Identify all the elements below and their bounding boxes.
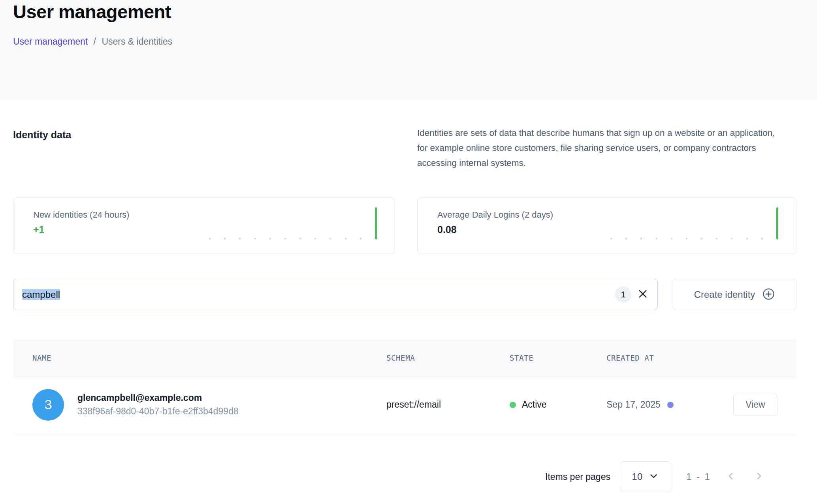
cell-name: 3 glencampbell@example.com 338f96af-98d0… xyxy=(13,389,386,421)
cell-state: Active xyxy=(510,399,606,410)
result-count-badge: 1 xyxy=(615,286,631,303)
table-row[interactable]: 3 glencampbell@example.com 338f96af-98d0… xyxy=(13,376,796,433)
cell-created-at: Sep 17, 2025 xyxy=(606,399,733,410)
breadcrumb-current: Users & identities xyxy=(102,36,172,47)
view-button[interactable]: View xyxy=(733,394,777,416)
breadcrumb: User management / Users & identities xyxy=(13,36,172,47)
section-heading: Identity data xyxy=(13,129,71,141)
items-per-page-value: 10 xyxy=(632,471,643,482)
active-state-dot xyxy=(510,402,516,408)
cell-schema: preset://email xyxy=(386,399,510,410)
create-identity-button[interactable]: Create identity xyxy=(673,279,796,310)
cell-actions: View xyxy=(733,394,796,416)
stat-value: +1 xyxy=(33,224,45,235)
stat-label: Average Daily Logins (2 days) xyxy=(437,210,553,220)
page-header: User management User management / Users … xyxy=(0,0,817,100)
chevron-right-icon xyxy=(753,471,764,483)
stat-card-new-identities: New identities (24 hours) +1 xyxy=(13,197,395,254)
breadcrumb-link-user-management[interactable]: User management xyxy=(13,36,88,47)
previous-page-button[interactable] xyxy=(725,471,737,483)
identity-id: 338f96af-98d0-40b7-b1fe-e2ff3b4d99d8 xyxy=(77,406,239,417)
clear-search-button[interactable] xyxy=(637,289,649,301)
column-header-schema: SCHEMA xyxy=(386,354,510,362)
stat-value: 0.08 xyxy=(437,224,457,235)
avatar: 3 xyxy=(32,389,64,421)
plus-circle-icon xyxy=(762,288,775,302)
identities-table: NAME SCHEMA STATE CREATED AT 3 glencampb… xyxy=(13,340,796,433)
created-at-date: Sep 17, 2025 xyxy=(606,399,661,410)
identity-email: glencampbell@example.com xyxy=(77,393,239,403)
pagination: Items per pages 10 1 - 1 xyxy=(545,461,765,492)
items-per-page-label: Items per pages xyxy=(545,472,610,482)
state-label: Active xyxy=(522,399,547,410)
create-identity-label: Create identity xyxy=(694,289,755,300)
section-description: Identities are sets of data that describ… xyxy=(417,126,785,171)
search-input[interactable]: campbell 1 xyxy=(13,279,658,310)
next-page-button[interactable] xyxy=(753,471,765,483)
column-header-state: STATE xyxy=(510,354,606,362)
stat-card-average-daily-logins: Average Daily Logins (2 days) 0.08 xyxy=(417,197,796,254)
column-header-name: NAME xyxy=(13,354,386,362)
chevron-left-icon xyxy=(726,471,736,483)
search-input-value[interactable]: campbell xyxy=(22,289,615,300)
created-at-marker-dot xyxy=(667,402,674,408)
table-header-row: NAME SCHEMA STATE CREATED AT xyxy=(13,340,796,376)
page-range: 1 - 1 xyxy=(686,471,711,482)
selected-text: campbell xyxy=(22,289,60,300)
breadcrumb-separator: / xyxy=(94,36,96,47)
chevron-down-icon xyxy=(648,471,659,483)
items-per-page-select[interactable]: 10 xyxy=(620,461,671,492)
x-icon xyxy=(637,288,648,301)
column-header-created-at: CREATED AT xyxy=(606,354,733,362)
sparkline-chart xyxy=(209,207,377,239)
sparkline-chart xyxy=(610,207,778,239)
page-title: User management xyxy=(13,1,171,23)
stat-label: New identities (24 hours) xyxy=(33,210,129,220)
